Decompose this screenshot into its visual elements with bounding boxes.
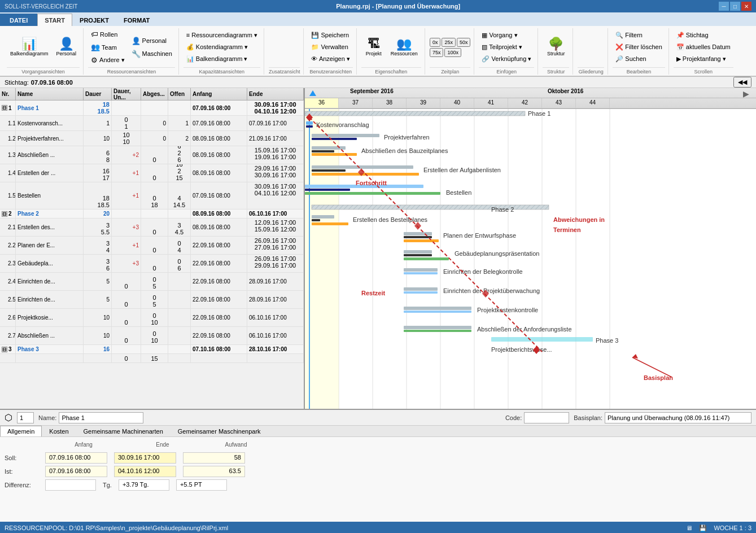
minimize-button[interactable]: ─ (719, 2, 729, 11)
week-40: 40 (440, 98, 474, 108)
table-row[interactable]: 2.3 Gebäudepla... 36 +3 0 06 22.09.16 08… (0, 255, 304, 273)
svg-rect-34 (312, 219, 320, 221)
ribbon-content: 📊 Balkendiagramm 👤 Personal Vorgangsansi… (0, 26, 756, 76)
header-offen: Offen (168, 88, 191, 100)
btn-filtern[interactable]: 🔍 Filtern (613, 30, 665, 41)
table-row[interactable]: ⊟2 Phase 2 20 08.09.16 08:00 06.10.16 17… (0, 209, 304, 219)
nav-left-button[interactable]: ◀◀ (733, 77, 751, 88)
btn-anzeigen[interactable]: 👁 Anzeigen ▾ (308, 54, 352, 64)
btn-verwalten[interactable]: 📁 Verwalten (308, 42, 352, 53)
gantt-scroll-right[interactable]: ▶ (743, 89, 749, 98)
btn-andere[interactable]: ⚙ Andere ▾ (88, 54, 128, 66)
stichtag-label: Stichtag: (5, 79, 29, 86)
collapse-phase1[interactable]: ⊟ (2, 105, 7, 111)
btn-personal[interactable]: 👤 Personal (53, 36, 80, 59)
btn-team[interactable]: 👥 Team (88, 41, 128, 53)
split-pane: Nr. Name Dauer Dauer, Un... Abges... Off… (0, 88, 756, 409)
table-row[interactable]: 2.5 Einrichten de... 5 0 05 22.09.16 08:… (0, 291, 304, 309)
btn-maschinen[interactable]: 🔧 Maschinen (129, 48, 175, 60)
table-row[interactable]: 2.1 Erstellen des... 35.5 +3 0 34.5 08.0… (0, 219, 304, 237)
table-row[interactable]: ⊟3 Phase 3 16 07.10.16 08:00 28.10.16 17… (0, 345, 304, 354)
tab-kosten[interactable]: Kosten (42, 426, 76, 436)
tab-format[interactable]: FORMAT (116, 14, 157, 26)
collapse-phase2[interactable]: ⊟ (2, 211, 7, 217)
btn-aktuelles-datum[interactable]: 📅 aktuelles Datum (674, 42, 733, 53)
soll-label: Soll: (5, 455, 38, 461)
collapse-phase3[interactable]: ⊟ (2, 347, 7, 352)
btn-kostendiagramm[interactable]: 💰 Kostendiagramm ▾ (183, 42, 260, 53)
group-label-gliederung: Gliederung (578, 67, 604, 75)
table-row[interactable]: 1.4 Erstellen der ... 1617 +1 0 16215 08… (0, 164, 304, 182)
btn-verknuepfung[interactable]: 🔗 Verknüpfung ▾ (479, 54, 534, 64)
bottom-panel: ⬡ Name: Code: Basisplan: Allgemein Koste… (0, 409, 756, 522)
btn-25x[interactable]: 25x (442, 38, 456, 47)
btn-75x[interactable]: 75x (430, 48, 444, 57)
btn-50x[interactable]: 50x (457, 38, 471, 47)
diff-aufwand-value: +5.5 PT (176, 479, 227, 491)
group-label-eigenschaften: Eigenschaften (361, 67, 421, 75)
left-pane: Nr. Name Dauer Dauer, Un... Abges... Off… (0, 88, 305, 409)
table-row[interactable]: 2.6 Projektkosie... 10 0 010 22.09.16 08… (0, 309, 304, 327)
week-row: 363738394041424344 (305, 98, 756, 108)
tab-gemeinsamer-maschinenpark[interactable]: Gemeinsamer Maschinenpark (171, 426, 268, 436)
week-38: 38 (373, 98, 407, 108)
team-icon: 👥 (91, 43, 100, 51)
tab-gemeinsame-machinenarten[interactable]: Gemeinsame Machinenarten (76, 426, 171, 436)
statusbar-icon1[interactable]: 🖥 (686, 525, 692, 531)
statusbar-week: WOCHE 1 : 3 (714, 525, 751, 531)
btn-balkendiagramm[interactable]: 📊 Balkendiagramm (7, 36, 52, 59)
table-row[interactable]: ⊟1 Phase 1 1818.5 07.09.16 08:00 30.09.1… (0, 101, 304, 116)
group-label-zusatz: Zusatzansicht (269, 67, 300, 75)
tab-datei[interactable]: DATEI (0, 14, 37, 26)
table-row[interactable]: 1.3 Abschließen ... 68 +2 0 626 08.09.16… (0, 146, 304, 164)
diff-anfang-unit: Tg. (103, 482, 112, 488)
ist-label: Ist: (5, 468, 38, 475)
tab-allgemein[interactable]: Allgemein (0, 426, 42, 436)
svg-rect-17 (312, 138, 357, 140)
close-button[interactable]: ✕ (741, 2, 751, 11)
btn-personal-res[interactable]: 👤 Personal (129, 35, 175, 47)
ist-row: Ist: 07.09.16 08:00 04.10.16 12:00 63.5 (5, 466, 751, 477)
btn-filter-loeschen[interactable]: ❌ Filter löschen (613, 42, 665, 53)
table-row[interactable]: 1.2 Projektverfahren... 10 1010 0 2 08.0… (0, 131, 304, 146)
code-input[interactable] (524, 412, 569, 423)
btn-100x[interactable]: 100x (444, 48, 461, 57)
phase-name-input[interactable] (59, 412, 143, 423)
phase-number-input[interactable] (17, 412, 34, 423)
btn-ressourcendiagramm[interactable]: ≡ Ressourcendiagramm ▾ (183, 30, 260, 41)
soll-anfang-value: 07.09.16 08:00 (45, 452, 107, 464)
svg-rect-41 (404, 250, 432, 254)
balkendiagramm-icon: 📊 (21, 38, 37, 50)
btn-projekt[interactable]: 🏗 Projekt (361, 36, 386, 59)
table-row[interactable]: 0 15 (0, 354, 304, 363)
bottom-icon[interactable]: ⬡ (5, 412, 12, 423)
table-row[interactable]: 1.5 Bestellen 1818.5 +1 018 414.5 07.09.… (0, 182, 304, 209)
basisplan-input[interactable] (605, 412, 751, 423)
btn-0x[interactable]: 0x (430, 38, 441, 47)
group-label-einfuegen: Einfügen (479, 67, 534, 75)
svg-text:Einrichten der Belegkontrolle: Einrichten der Belegkontrolle (443, 268, 523, 275)
table-row[interactable]: 1.1 Kostenvoransch... 1 01 0 1 07.09.16 … (0, 116, 304, 131)
table-row[interactable]: 2.7 Abschließen ... 10 0 010 22.09.16 08… (0, 327, 304, 345)
btn-teilprojekt[interactable]: ▧ Teilprojekt ▾ (479, 42, 534, 53)
statusbar-icon2[interactable]: 💾 (699, 525, 707, 532)
btn-vorgang[interactable]: ▦ Vorgang ▾ (479, 30, 534, 41)
title-left: SOLL-IST-VERGLEICH ZEIT (5, 3, 77, 10)
btn-suchen[interactable]: 🔎 Suchen (613, 54, 665, 64)
table-row[interactable]: 2.4 Einrichten de... 5 0 05 22.09.16 08:… (0, 273, 304, 291)
tab-start[interactable]: START (37, 14, 72, 26)
svg-text:Planen der Entwurfsphase: Planen der Entwurfsphase (443, 232, 516, 239)
btn-projektanfang[interactable]: ▶ Projektanfang ▾ (674, 54, 733, 64)
btn-ressourcen[interactable]: 👥 Ressourcen (387, 36, 421, 59)
table-row[interactable]: 2.2 Planen der E... 34 +1 0 04 22.09.16 … (0, 237, 304, 255)
btn-rollen[interactable]: 🏷 Rollen (88, 28, 128, 40)
tab-projekt[interactable]: PROJEKT (72, 14, 116, 26)
header-name: Name (16, 88, 84, 100)
btn-speichern[interactable]: 💾 Speichern (308, 30, 352, 41)
btn-struktur[interactable]: 🌳 Struktur (544, 36, 569, 59)
week-36: 36 (305, 98, 339, 108)
maximize-button[interactable]: □ (730, 2, 740, 11)
btn-stichtag[interactable]: 📌 Stichtag (674, 30, 733, 41)
gantt-nav-arrows: ▶ (743, 89, 749, 98)
btn-balkendiagramm-kap[interactable]: 📊 Balkendiagramm ▾ (183, 54, 260, 64)
